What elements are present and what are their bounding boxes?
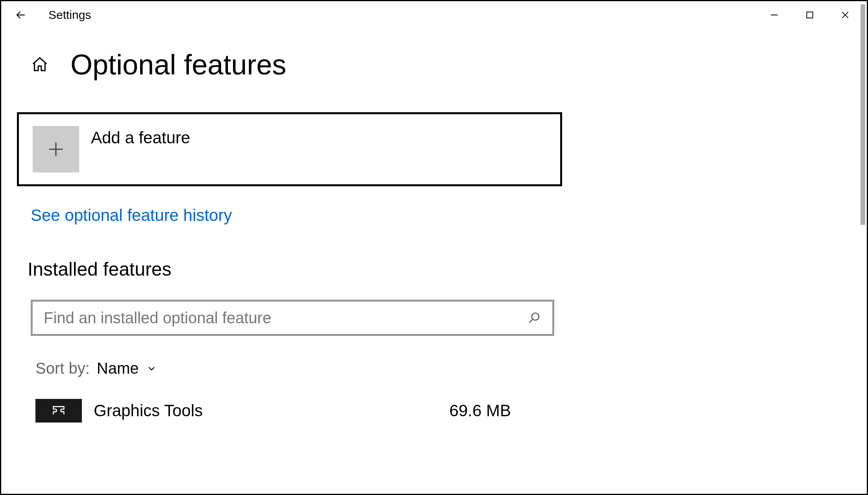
svg-point-1 [532, 313, 539, 320]
feature-history-link[interactable]: See optional feature history [31, 206, 232, 225]
close-icon [840, 10, 850, 20]
feature-name: Graphics Tools [94, 401, 438, 420]
page-header: Optional features [31, 48, 542, 81]
plus-icon [47, 140, 65, 158]
sort-value: Name [97, 360, 139, 377]
back-button[interactable] [9, 3, 33, 27]
app-title: Settings [48, 8, 91, 22]
puzzle-icon [48, 405, 70, 421]
search-wrap [31, 300, 554, 336]
chevron-down-icon [146, 363, 157, 374]
content: Optional features Add a feature See opti… [1, 29, 572, 423]
minimize-button[interactable] [757, 3, 792, 27]
window-controls [757, 1, 863, 29]
sort-by-button[interactable]: Sort by: Name [35, 360, 542, 377]
search-input[interactable] [44, 309, 527, 327]
svg-rect-0 [807, 12, 812, 18]
feature-tile [35, 399, 82, 423]
add-feature-button[interactable]: Add a feature [17, 112, 562, 186]
page-title: Optional features [70, 48, 286, 81]
installed-features-heading: Installed features [28, 258, 542, 280]
titlebar: Settings [1, 1, 867, 29]
scrollbar[interactable] [861, 4, 865, 225]
feature-row[interactable]: Graphics Tools 69.6 MB [35, 399, 542, 423]
maximize-button[interactable] [792, 3, 827, 27]
maximize-icon [805, 10, 815, 20]
close-button[interactable] [827, 3, 863, 27]
plus-tile [33, 126, 79, 172]
home-icon[interactable] [31, 56, 49, 74]
feature-size: 69.6 MB [450, 401, 511, 420]
sort-label: Sort by: [35, 360, 90, 377]
minimize-icon [769, 10, 779, 20]
search-icon [527, 311, 541, 325]
arrow-left-icon [14, 8, 28, 22]
add-feature-label: Add a feature [91, 128, 190, 147]
